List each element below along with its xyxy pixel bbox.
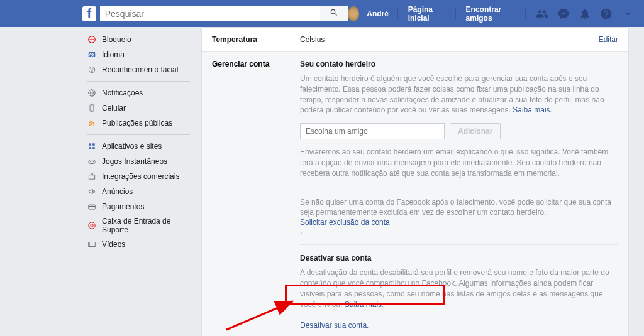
notifications-icon[interactable] <box>579 8 591 20</box>
avatar[interactable] <box>348 6 360 21</box>
svg-point-6 <box>92 68 93 69</box>
legacy-title: Seu contato herdeiro <box>300 60 618 68</box>
sidebar-item-label: Vídeos <box>102 240 125 249</box>
videos-icon <box>87 239 97 249</box>
dropdown-icon[interactable] <box>621 8 634 20</box>
ads-icon <box>87 187 97 197</box>
svg-rect-17 <box>89 160 96 164</box>
nav-find-friends[interactable]: Encontrar amigos <box>460 5 522 23</box>
sidebar-item-facial[interactable]: Reconhecimento facial <box>82 62 195 77</box>
deactivate-account-link[interactable]: Desativar sua conta. <box>300 318 618 332</box>
main-container: Bloqueio A文 Idioma Reconhecimento facial… <box>82 27 644 336</box>
svg-point-18 <box>90 161 91 162</box>
friends-icon[interactable] <box>536 8 548 20</box>
svg-point-12 <box>89 124 91 126</box>
facebook-logo[interactable]: f <box>82 6 96 21</box>
search-icon <box>330 8 338 19</box>
deactivate-desc: A desativação da conta desabilitará seu … <box>300 268 618 310</box>
add-button[interactable]: Adicionar <box>450 123 501 139</box>
support-icon <box>87 220 97 230</box>
search-input[interactable] <box>100 6 320 21</box>
rss-icon <box>87 118 97 128</box>
sidebar-item-label: Idioma <box>102 50 125 59</box>
svg-rect-14 <box>92 143 95 146</box>
separator <box>300 244 618 245</box>
payments-icon <box>87 202 97 212</box>
content: Temperatura Celsius Editar Gerenciar con… <box>201 27 629 336</box>
sidebar-item-publicacoes[interactable]: Publicações públicas <box>82 116 195 131</box>
svg-rect-13 <box>89 143 91 146</box>
edit-link[interactable]: Editar <box>599 35 618 44</box>
manage-account-section: Gerenciar conta Seu contato herdeiro Um … <box>202 52 628 336</box>
separator <box>397 8 398 19</box>
manage-content: Seu contato herdeiro Um contato herdeiro… <box>300 60 618 336</box>
learn-more-link-2[interactable]: Saiba mais <box>345 300 382 309</box>
sidebar-item-label: Jogos Instantâneos <box>102 157 167 166</box>
sidebar-item-idioma[interactable]: A文 Idioma <box>82 47 195 62</box>
mobile-icon <box>87 103 97 113</box>
svg-point-19 <box>93 161 94 162</box>
manage-label: Gerenciar conta <box>212 60 300 336</box>
svg-text:A文: A文 <box>89 53 95 57</box>
topbar-right: André Página inicial Encontrar amigos <box>348 5 634 23</box>
learn-more-link[interactable]: Saiba mais <box>513 106 550 114</box>
nav-home[interactable]: Página inicial <box>402 5 452 23</box>
deactivate-title: Desativar sua conta <box>300 254 618 263</box>
svg-point-4 <box>89 67 94 72</box>
sidebar-item-label: Caixa de Entrada de Suporte <box>102 217 190 234</box>
search-button[interactable] <box>320 6 348 21</box>
sidebar-item-label: Notificações <box>102 89 143 97</box>
legacy-email-desc: Enviaremos ao seu contato herdeiro um em… <box>300 147 618 178</box>
user-name-link[interactable]: André <box>362 9 394 18</box>
sidebar-item-apps[interactable]: Aplicativos e sites <box>82 139 195 154</box>
separator <box>455 8 456 19</box>
sidebar-item-label: Publicações públicas <box>102 119 172 127</box>
sidebar-item-label: Celular <box>102 104 126 112</box>
messenger-icon[interactable] <box>557 8 570 20</box>
nav-icons <box>536 8 634 20</box>
globe-icon <box>87 88 97 98</box>
svg-point-24 <box>89 222 96 229</box>
legacy-desc: Um contato herdeiro é alguém que você es… <box>300 73 618 116</box>
sidebar-item-jogos[interactable]: Jogos Instantâneos <box>82 154 195 169</box>
language-icon: A文 <box>87 50 97 60</box>
sidebar-item-suporte[interactable]: Caixa de Entrada de Suporte <box>82 214 195 237</box>
sidebar-item-label: Reconhecimento facial <box>102 65 178 74</box>
sidebar-separator <box>87 134 190 135</box>
sidebar-item-celular[interactable]: Celular <box>82 100 195 116</box>
sidebar: Bloqueio A文 Idioma Reconhecimento facial… <box>82 27 195 336</box>
help-icon[interactable] <box>600 8 613 20</box>
business-icon <box>87 171 97 182</box>
sidebar-item-bloqueio[interactable]: Bloqueio <box>82 32 195 47</box>
svg-point-5 <box>91 68 91 69</box>
temp-value: Celsius <box>300 35 599 44</box>
sidebar-separator <box>87 81 190 82</box>
temperature-row[interactable]: Temperatura Celsius Editar <box>202 28 628 52</box>
sidebar-item-notificacoes[interactable]: Notificações <box>82 85 195 100</box>
sidebar-item-videos[interactable]: Vídeos <box>82 237 195 252</box>
separator <box>525 8 526 19</box>
svg-rect-16 <box>92 147 95 149</box>
sidebar-item-label: Aplicativos e sites <box>102 142 162 151</box>
svg-point-11 <box>91 110 92 111</box>
temp-label: Temperatura <box>212 35 300 44</box>
sidebar-item-integracoes[interactable]: Integrações comerciais <box>82 169 195 184</box>
sidebar-item-label: Integrações comerciais <box>102 172 179 181</box>
legacy-delete-desc: Se não quiser uma conta do Facebook após… <box>300 197 618 219</box>
delete-account-link[interactable]: Solicitar exclusão da conta <box>300 218 618 227</box>
apps-icon <box>87 141 97 151</box>
sidebar-item-label: Anúncios <box>102 187 133 196</box>
sidebar-item-label: Pagamentos <box>102 202 144 211</box>
sidebar-item-pagamentos[interactable]: Pagamentos <box>82 199 195 214</box>
legacy-input-row: Adicionar <box>300 123 618 139</box>
friend-input[interactable] <box>300 123 445 139</box>
sidebar-item-anuncios[interactable]: Anúncios <box>82 184 195 199</box>
svg-rect-22 <box>89 205 96 209</box>
face-icon <box>87 65 97 75</box>
block-icon <box>87 35 97 45</box>
svg-point-25 <box>91 224 94 227</box>
sidebar-item-label: Bloqueio <box>102 35 131 44</box>
svg-rect-15 <box>89 147 91 149</box>
separator <box>300 188 618 188</box>
svg-rect-21 <box>91 174 93 175</box>
